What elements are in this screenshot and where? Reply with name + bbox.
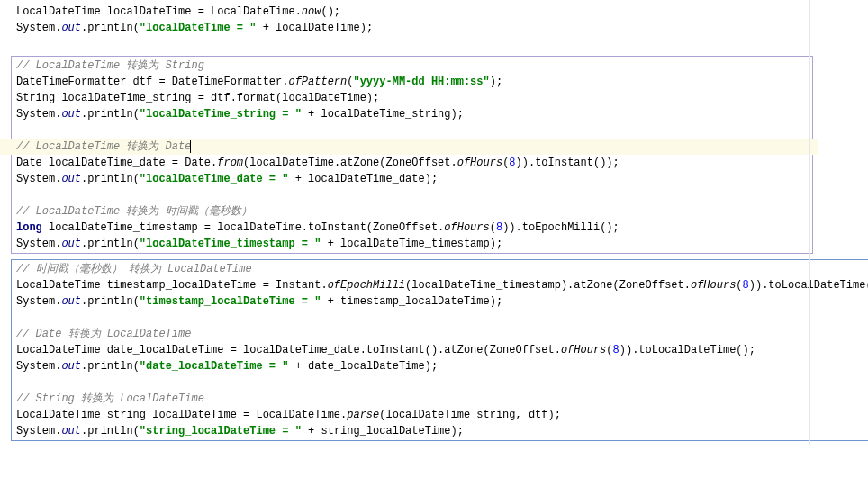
comment-line: // 时间戳（毫秒数） 转换为 LocalDateTime: [16, 261, 865, 277]
comment-line: // String 转换为 LocalDateTime: [16, 391, 865, 407]
blank-line: [16, 187, 809, 203]
code-line: LocalDateTime timestamp_localDateTime = …: [16, 277, 865, 293]
comment-line: // Date 转换为 LocalDateTime: [16, 326, 865, 342]
code-line: System.out.println("date_localDateTime =…: [16, 358, 865, 374]
code-line: System.out.println("localDateTime_string…: [16, 106, 809, 122]
code-editor[interactable]: LocalDateTime localDateTime = LocalDateT…: [0, 0, 868, 445]
code-line: System.out.println("localDateTime = " + …: [16, 20, 859, 36]
code-line: long localDateTime_timestamp = localDate…: [16, 220, 809, 236]
code-line: String localDateTime_string = dtf.format…: [16, 90, 809, 106]
code-line: System.out.println("localDateTime_timest…: [16, 236, 809, 252]
current-line-highlight: // LocalDateTime 转换为 Date: [0, 139, 818, 155]
code-line: System.out.println("string_localDateTime…: [16, 423, 865, 439]
code-line: LocalDateTime string_localDateTime = Loc…: [16, 407, 865, 423]
selection-box-2: // 时间戳（毫秒数） 转换为 LocalDateTime LocalDateT…: [11, 259, 868, 441]
blank-line: [16, 122, 809, 139]
blank-line: [16, 374, 865, 391]
code-line: System.out.println("localDateTime_date =…: [16, 171, 809, 187]
blank-line: [16, 310, 865, 326]
right-margin-guide: [809, 0, 810, 445]
code-line: Date localDateTime_date = Date.from(loca…: [16, 155, 809, 171]
code-line: DateTimeFormatter dtf = DateTimeFormatte…: [16, 74, 809, 90]
code-line: System.out.println("timestamp_localDateT…: [16, 293, 865, 310]
blank-line: [16, 36, 859, 52]
code-line: LocalDateTime localDateTime = LocalDateT…: [16, 4, 859, 20]
comment-line: // LocalDateTime 转换为 String: [16, 58, 809, 74]
selection-box-1: // LocalDateTime 转换为 String DateTimeForm…: [11, 56, 813, 254]
comment-line: // LocalDateTime 转换为 时间戳（毫秒数）: [16, 203, 809, 220]
code-line: LocalDateTime date_localDateTime = local…: [16, 342, 865, 358]
